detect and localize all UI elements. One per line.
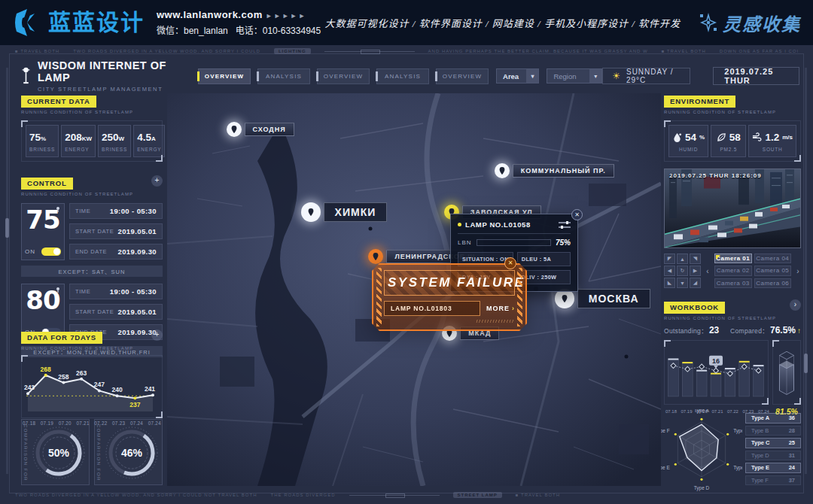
schedule-row-value: 19:00 - 05:30 — [110, 287, 157, 296]
camera-pan-up-left-button[interactable]: ◤ — [664, 254, 675, 264]
tab-analysis-3[interactable]: ANALYSIS — [376, 68, 429, 84]
left-scroll-rail[interactable] — [6, 68, 8, 474]
deco-text: DOWN ONE AS FAR AS I COULD TO WHERE IT — [720, 49, 798, 53]
type-row-type-d[interactable]: Type D31 — [745, 451, 801, 461]
close-icon[interactable]: ✕ — [571, 209, 583, 220]
more-button[interactable]: MORE› — [486, 305, 515, 312]
schedule-row-1[interactable]: START DATE2019.05.01 — [69, 304, 163, 320]
lamp-icon — [55, 287, 61, 293]
camera-pan-up-button[interactable]: ▲ — [677, 254, 688, 264]
type-row-type-c[interactable]: Type C25 — [745, 438, 801, 448]
map-pin-1[interactable]: КОММУНАЛЬНЫЙ ПР. — [495, 163, 614, 178]
area-select[interactable]: Area ▾ — [496, 68, 539, 83]
tab-overview-2[interactable]: OVERVIEW — [317, 68, 370, 84]
schedule-row-0[interactable]: TIME19:00 - 05:30 — [69, 284, 163, 299]
type-row-type-b[interactable]: Type B28 — [745, 426, 801, 436]
svg-text:Type C: Type C — [733, 465, 742, 471]
stat-value: 208KW — [65, 132, 92, 143]
right-scroll-rail[interactable] — [805, 68, 807, 474]
camera-select-button-4[interactable]: Camera 04 — [754, 254, 792, 263]
camera-select-button-2[interactable]: Camera 02 — [714, 266, 752, 275]
close-icon[interactable]: ✕ — [504, 257, 516, 269]
arrows-decoration: ►►►►► — [266, 12, 307, 20]
stat-label: BRINESS — [29, 147, 55, 152]
stat-box-south-2: 1.2m/sSOUTH — [748, 125, 796, 157]
site-url[interactable]: www.lanlanwork.com ►►►►► — [157, 9, 321, 20]
stat-value: 58 — [717, 132, 741, 143]
map-pin-2[interactable]: ХИМКИ — [301, 202, 388, 222]
schedule-row-value: 2019.05.01 — [117, 227, 157, 235]
camera-select-button-5[interactable]: Camera 05 — [754, 266, 792, 275]
sun-icon: ☀ — [612, 71, 621, 81]
panel-title-badge: DATA FOR 7DAYS — [21, 332, 102, 344]
page-title: WISDOM INTERNET OF LAMP — [38, 59, 171, 83]
radar-chart-wrap: Type AType BType CType DType EType F — [661, 409, 742, 492]
date-widget[interactable]: 2019.07.25 THUR — [713, 67, 799, 85]
camera-pan-left-button[interactable]: ◀ — [664, 266, 675, 276]
stat-number: 250 — [102, 132, 119, 143]
brightness-label: LBN — [458, 239, 472, 246]
camera-list-next-button[interactable]: › — [795, 254, 801, 288]
region-select[interactable]: Region ▾ — [547, 68, 602, 83]
schedule-row-1[interactable]: START DATE2019.05.01 — [69, 223, 163, 239]
scroll-thumb[interactable] — [804, 354, 808, 373]
brightness-level-box: 75ON — [21, 203, 65, 260]
logo[interactable]: 蓝蓝设计 — [12, 8, 145, 38]
tab-analysis-1[interactable]: ANALYSIS — [257, 68, 310, 84]
camera-pan-right-button[interactable]: ▶ — [690, 266, 701, 276]
deco-text: ■ TRAVEL BOTH — [15, 49, 59, 53]
camera-pan-down-button[interactable]: ▼ — [677, 278, 688, 288]
gauge-vertical-label: COMPARISON FOR — [23, 424, 28, 481]
logo-text: 蓝蓝设计 — [48, 11, 145, 34]
camera-feed[interactable]: 2019.07.25 THUR 18:26:09 — [664, 169, 801, 248]
camera-pan-down-left-button[interactable]: ◣ — [664, 278, 675, 288]
type-row-type-e[interactable]: Type E24 — [745, 463, 801, 473]
brightness-bar[interactable] — [477, 239, 551, 246]
failed-lamp-id: LAMP NO.L01803 — [384, 301, 480, 316]
type-label: Type F — [751, 477, 769, 484]
camera-button-grid: Camera 01Camera 02Camera 03Camera 04Came… — [714, 254, 791, 288]
camera-list-prev-button[interactable]: ‹ — [705, 254, 711, 288]
schedule-main: 75ONTIME19:00 - 05:30START DATE2019.05.0… — [21, 203, 163, 260]
tab-overview-0[interactable]: OVERVIEW — [198, 68, 251, 84]
gauge-vertical-label: COMPARISON FOR — [96, 424, 101, 481]
schedule-row-0[interactable]: TIME19:00 - 05:30 — [69, 203, 163, 219]
tab-label: OVERVIEW — [443, 73, 483, 80]
pin-dot — [368, 249, 383, 264]
type-row-type-a[interactable]: Type A36 — [745, 413, 801, 424]
lanlan-logo-icon — [12, 8, 42, 38]
scroll-thumb[interactable] — [5, 218, 9, 238]
map-pin-0[interactable]: СХОДНЯ — [227, 122, 294, 137]
camera-pan-up-right-button[interactable]: ◥ — [690, 254, 701, 264]
camera-pan-down-right-button[interactable]: ◢ — [690, 278, 701, 288]
camera-select-button-3[interactable]: Camera 03 — [714, 278, 752, 288]
add-schedule-button[interactable]: + — [151, 175, 163, 187]
tab-label: OVERVIEW — [324, 73, 364, 80]
type-row-type-f[interactable]: Type F37 — [745, 475, 801, 486]
schedule-row-2[interactable]: END DATE2019.09.30 — [69, 244, 163, 260]
camera-select-button-1[interactable]: Camera 01 — [714, 254, 752, 263]
workbook-next-button[interactable]: › — [790, 299, 801, 311]
svg-text:263: 263 — [76, 369, 87, 377]
expand-chart-button[interactable]: + — [151, 329, 163, 341]
inspiration-brand[interactable]: 灵感收集 — [699, 10, 801, 36]
camera-refresh-button[interactable]: ↻ — [677, 266, 688, 276]
chevron-right-icon: › — [512, 305, 515, 312]
schedule-row-value: 2019.05.01 — [117, 308, 157, 316]
svg-text:Type E: Type E — [661, 465, 670, 471]
tab-overview-4[interactable]: OVERVIEW — [436, 68, 489, 84]
tab-bar: OVERVIEWANALYSISOVERVIEWANALYSISOVERVIEW — [198, 68, 489, 84]
stat-number: 58 — [729, 132, 741, 143]
line-chart: 243268258263247240237241 — [23, 357, 157, 413]
tick-decoration: ////////////// — [384, 319, 515, 323]
panel-title-badge: CURRENT DATA — [21, 96, 96, 108]
inspiration-icon — [699, 13, 718, 32]
panel-title-badge: ENVIRONMENT — [664, 96, 735, 108]
map-canvas[interactable]: СХОДНЯКОММУНАЛЬНЫЙ ПР.ХИМКИЗАВОДСКАЯ УЛЛ… — [167, 93, 661, 486]
divider — [458, 233, 571, 234]
sliders-icon[interactable] — [559, 221, 571, 229]
stat-value: 4.5A — [137, 132, 156, 143]
camera-select-button-6[interactable]: Camera 06 — [754, 278, 792, 288]
power-toggle[interactable] — [41, 247, 61, 256]
map-pin-5[interactable]: МОСКВА — [555, 289, 650, 308]
